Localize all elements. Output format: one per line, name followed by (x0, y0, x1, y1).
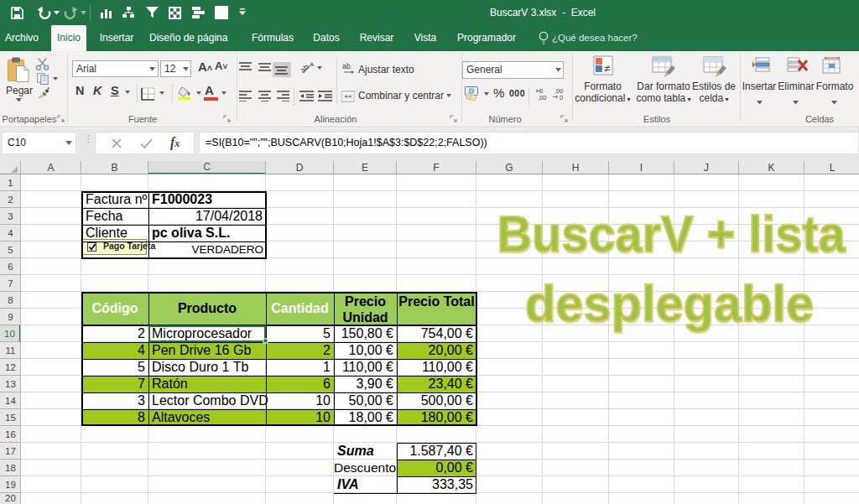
svg-text:,00: ,00 (538, 94, 546, 101)
svg-text:0: 0 (560, 94, 563, 101)
svg-text:≠: ≠ (604, 62, 610, 75)
svg-text:ab: ab (300, 63, 310, 75)
svg-text:ab: ab (342, 62, 351, 70)
